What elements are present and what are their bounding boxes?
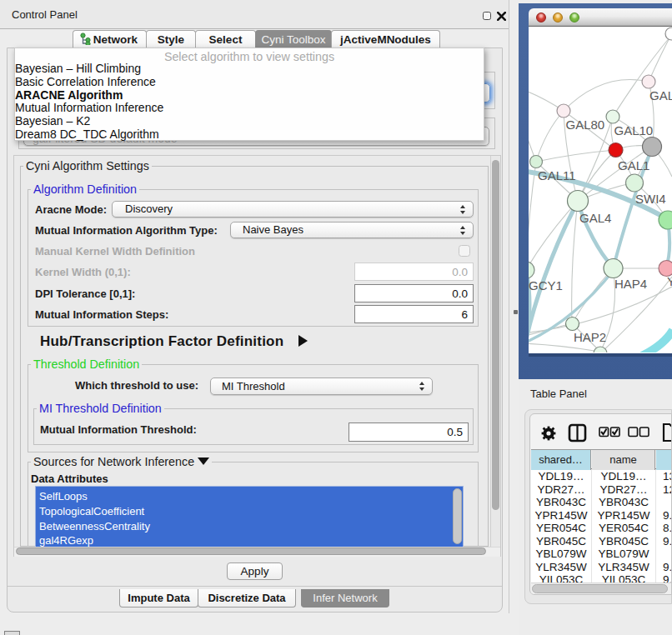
svg-text:Y: Y bbox=[667, 274, 672, 288]
svg-text:GAL1: GAL1 bbox=[618, 158, 649, 172]
svg-text:HAP4: HAP4 bbox=[614, 277, 647, 291]
svg-text:GAL10: GAL10 bbox=[614, 123, 654, 138]
svg-text:GCY1: GCY1 bbox=[529, 278, 563, 292]
svg-text:GAL80: GAL80 bbox=[566, 118, 605, 132]
svg-text:GAL11: GAL11 bbox=[538, 168, 576, 182]
svg-text:SWI4: SWI4 bbox=[635, 192, 666, 206]
svg-text:GAL4: GAL4 bbox=[579, 211, 611, 225]
svg-text:GAL2: GAL2 bbox=[649, 88, 672, 102]
svg-text:HAP2: HAP2 bbox=[574, 330, 606, 344]
